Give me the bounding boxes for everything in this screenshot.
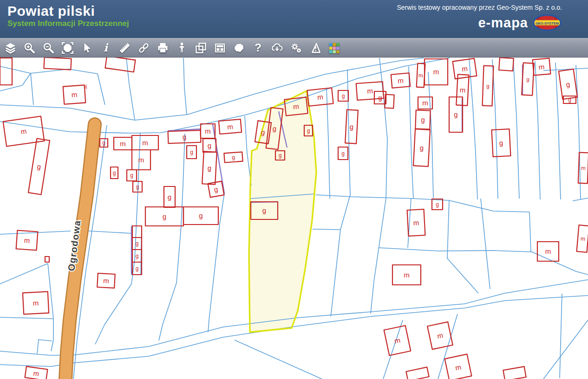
map-svg: mmgmmmgmmmggggmggggmgggggggmgggmmgggmggg… xyxy=(0,58,588,379)
building-m: m xyxy=(425,59,448,85)
palette-button[interactable] xyxy=(327,40,340,56)
building-g: g xyxy=(559,69,577,99)
parcel-line xyxy=(235,340,322,379)
building-label: g xyxy=(213,185,218,193)
building xyxy=(503,366,526,379)
building xyxy=(132,226,142,238)
brand-emapa: e-mapa xyxy=(478,15,528,31)
building-m: m xyxy=(3,116,45,147)
street-view-icon xyxy=(176,42,188,54)
building-label: m xyxy=(538,63,545,71)
download-button[interactable] xyxy=(270,40,283,56)
zoom-out-button[interactable] xyxy=(42,40,55,56)
building-label: m xyxy=(433,68,439,76)
building-label: m xyxy=(33,299,39,307)
parcel-line xyxy=(560,294,562,378)
help-button[interactable]: ? xyxy=(251,40,264,56)
building-label: g xyxy=(190,149,193,155)
print-button[interactable] xyxy=(156,40,169,56)
building-label: m xyxy=(205,127,211,135)
layout-panels-button[interactable] xyxy=(213,40,226,56)
building-label: g xyxy=(568,96,571,103)
building-label: g xyxy=(208,141,211,149)
building-g: g xyxy=(145,207,183,226)
settings-button[interactable] xyxy=(289,40,302,56)
parcel-line xyxy=(331,70,350,316)
building-m: m xyxy=(63,85,86,104)
building-m: m xyxy=(417,64,425,88)
layers-button[interactable] xyxy=(4,40,17,56)
building-label: g xyxy=(378,94,382,102)
full-extent-button[interactable] xyxy=(61,40,74,56)
building-m: m xyxy=(384,326,411,356)
building-label: m xyxy=(418,72,424,79)
building-label: m xyxy=(24,236,30,244)
compare-windows-button[interactable] xyxy=(194,40,207,56)
building-g: g xyxy=(338,90,348,101)
parcel-line xyxy=(183,58,187,115)
building-g: g xyxy=(415,110,430,129)
building-label: g xyxy=(136,265,139,272)
street-view-button[interactable] xyxy=(175,40,188,56)
map-micro-label: ij xyxy=(85,84,87,89)
measure-icon xyxy=(118,42,131,54)
building xyxy=(0,58,12,85)
compare-windows-icon xyxy=(195,42,207,54)
zoom-in-button[interactable] xyxy=(23,40,36,56)
parcel-line xyxy=(469,58,477,199)
draw-area-button[interactable] xyxy=(232,40,245,56)
building-label: g xyxy=(136,240,139,247)
building-label: m xyxy=(461,64,468,73)
building-g: g xyxy=(127,170,137,181)
building-g: g xyxy=(413,129,430,167)
building-label: m xyxy=(33,369,40,378)
building xyxy=(105,58,135,72)
download-icon xyxy=(271,42,283,54)
building-m: m xyxy=(97,273,115,288)
building-m: m xyxy=(132,150,150,170)
select-cursor-button[interactable] xyxy=(80,40,93,56)
building-label: m xyxy=(120,140,126,148)
building-g: g xyxy=(111,167,118,179)
building-label: m xyxy=(404,271,410,279)
building-m: m xyxy=(132,135,158,150)
measure-button[interactable] xyxy=(118,40,131,56)
map-viewport[interactable]: mmgmmmgmmmggggmggggmgggggggmgggmmgggmggg… xyxy=(0,58,588,379)
building-label: m xyxy=(138,156,144,164)
building-label: m xyxy=(142,139,148,147)
building-g: g xyxy=(100,139,108,147)
building-label: m xyxy=(459,86,465,94)
info-button[interactable]: i xyxy=(99,40,112,56)
report-issue-button[interactable] xyxy=(308,40,321,56)
parcel-line xyxy=(37,340,39,353)
building-label: m xyxy=(455,363,462,372)
building-label: g xyxy=(136,184,139,190)
building-label: g xyxy=(454,110,457,118)
full-extent-icon xyxy=(61,42,74,54)
building-label: g xyxy=(113,170,116,176)
parcel-line xyxy=(543,320,588,379)
building-label: g xyxy=(207,164,211,172)
building-label: g xyxy=(136,253,139,259)
building-m: m xyxy=(577,225,588,252)
building-label: g xyxy=(307,128,310,134)
select-cursor-icon xyxy=(80,42,93,54)
parcel-line xyxy=(513,60,519,199)
parcel-line xyxy=(159,134,185,340)
building-m: m xyxy=(219,119,242,134)
building-m: m xyxy=(445,354,472,379)
parcel-line xyxy=(0,317,53,319)
building-m: m xyxy=(537,242,559,261)
building-label: m xyxy=(422,99,428,107)
link-button[interactable] xyxy=(137,40,150,56)
building xyxy=(45,257,49,262)
building-label: m xyxy=(293,102,299,110)
svg-text:i: i xyxy=(104,42,109,54)
building-g: g xyxy=(133,181,142,192)
building-label: m xyxy=(545,247,551,255)
building-label: m xyxy=(413,218,419,227)
building-label: g xyxy=(566,80,571,88)
building-m: m xyxy=(453,58,477,79)
building-label: g xyxy=(183,133,187,141)
building-g: g xyxy=(28,139,50,195)
